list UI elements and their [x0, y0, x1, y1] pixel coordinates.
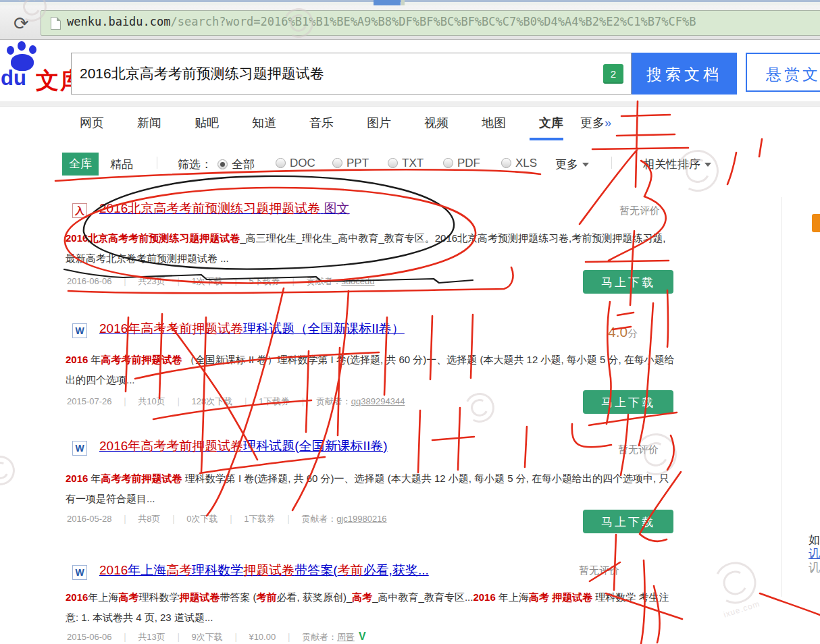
meta-pages: 共10页	[138, 396, 165, 406]
result-title-link[interactable]: 2016年高考考前押题试卷理科试题(全国新课标II卷)	[99, 437, 388, 455]
result-title-link[interactable]: 2016年上海高考理科数学押题试卷带答案(考前必看,获奖...	[99, 562, 429, 579]
active-tab-underline	[530, 138, 563, 140]
result-snippet: 2016 年高考考前押题试卷 （全国新课标 II 卷）理科数学第 I 卷(选择题…	[66, 350, 677, 390]
verified-badge-icon: V	[359, 630, 366, 642]
download-now-button-2[interactable]: 马上下载	[583, 390, 673, 414]
meta-date: 2015-06-06	[67, 632, 112, 642]
nav-tabs: 网页 新闻 贴吧 知道 音乐 图片 视频 地图 文库	[80, 115, 563, 131]
radio-icon	[501, 158, 511, 168]
radio-icon	[388, 158, 398, 168]
meta-downloads: 0次下载	[186, 514, 217, 524]
tab-zhidao[interactable]: 知道	[252, 115, 276, 131]
tab-news[interactable]: 新闻	[137, 115, 161, 131]
result-title-link[interactable]: 2016年高考考前押题试卷理科试题（全国新课标II卷）	[99, 320, 405, 338]
meta-date: 2016-06-06	[67, 276, 112, 286]
result-title-link[interactable]: 2016北京高考考前预测练习题押题试卷 图文	[99, 200, 350, 217]
result-snippet: 2016年上海高考理科数学押题试卷带答案 (考前必看, 获奖原创)_高考_高中教…	[66, 587, 677, 628]
watermark-icon	[0, 452, 19, 489]
chevron-down-icon	[704, 163, 711, 167]
reload-icon[interactable]: ⟳	[14, 14, 29, 34]
contributor-link[interactable]: 周晋	[337, 632, 355, 642]
contributor-link[interactable]: qq389294344	[351, 396, 405, 406]
meta-downloads: 128次下载	[191, 396, 232, 406]
contributor-label: 贡献者：	[301, 514, 336, 524]
word-file-icon: W	[72, 323, 87, 338]
meta-pages: 共13页	[138, 632, 165, 642]
side-float-tab[interactable]	[812, 214, 820, 232]
radio-xls[interactable]: XLS	[501, 157, 537, 170]
sort-dropdown[interactable]: 相关性排序	[643, 157, 711, 172]
active-tab-edge	[374, 0, 401, 5]
browser-toolbar: ⟳ wenku.baidu.com/search?word=2016%B1%B1…	[0, 5, 820, 40]
watermark-text: ixue.com	[722, 597, 765, 619]
radio-icon	[332, 158, 342, 168]
browser-tabstrip	[0, 0, 820, 5]
download-now-button-3[interactable]: 马上下载	[583, 510, 673, 533]
download-now-button-1[interactable]: 马上下载	[583, 270, 673, 294]
meta-price: 1下载券	[259, 396, 290, 406]
chevron-right-icon: »	[605, 116, 611, 130]
word-file-icon: W	[72, 441, 87, 456]
chevron-down-icon	[582, 163, 589, 167]
radio-selected-icon	[217, 159, 228, 169]
rating-no-review-3: 暂无评价	[618, 444, 659, 456]
meta-pages: 共23页	[138, 276, 165, 286]
meta-price: ¥10.00	[249, 632, 276, 642]
tab-web[interactable]: 网页	[80, 115, 104, 131]
radio-txt[interactable]: TXT	[388, 157, 424, 170]
wenku-search-page: ⟳ wenku.baidu.com/search?word=2016%B1%B1…	[0, 0, 820, 644]
search-docs-button[interactable]: 搜索文档	[632, 53, 737, 95]
nav-more[interactable]: 更多»	[580, 115, 611, 131]
radio-ppt[interactable]: PPT	[332, 157, 369, 170]
tab-image[interactable]: 图片	[367, 115, 391, 131]
contributor-link[interactable]: suocedu	[341, 276, 374, 286]
baidu-logo-du: du	[1, 66, 26, 90]
window-top-edge	[0, 0, 820, 2]
radio-pdf[interactable]: PDF	[443, 157, 480, 170]
contributor-label: 贡献者：	[316, 396, 351, 406]
radio-all[interactable]: 全部	[217, 157, 255, 172]
url-host: wenku.baidu.com	[67, 15, 171, 28]
meta-downloads: 1次下载	[191, 276, 222, 286]
result-snippet: 2016 年高考考前押题试卷 理科数学第 I 卷(选择题, 共 60 分)一、选…	[66, 468, 677, 509]
tab-tieba[interactable]: 贴吧	[195, 115, 219, 131]
tab-music[interactable]: 音乐	[309, 115, 334, 131]
rating-score-2: 4.0分	[608, 324, 638, 340]
contributor-label: 贡献者：	[302, 632, 337, 642]
word-file-icon: W	[72, 565, 87, 580]
tab-video[interactable]: 视频	[424, 115, 449, 131]
filter-label: 筛选：	[178, 157, 212, 172]
all-library-button[interactable]: 全库	[62, 153, 99, 176]
search-box	[71, 53, 632, 95]
search-count-badge: 2	[603, 64, 623, 84]
result-meta: 2016-05-28｜共8页｜0次下载｜1下载券｜贡献者：gjc19980216	[67, 513, 387, 525]
result-meta: 2015-07-26｜共10页｜128次下载｜1下载券｜贡献者：qq389294…	[67, 396, 405, 408]
filter-more-dropdown[interactable]: 更多	[555, 157, 589, 172]
meta-price: 5下载券	[249, 276, 280, 286]
radio-icon	[443, 158, 453, 168]
pdf-file-icon: 入	[72, 203, 87, 218]
meta-downloads: 9次下载	[191, 632, 222, 642]
rating-no-review-1: 暂无评价	[619, 205, 660, 217]
meta-date: 2016-05-28	[67, 514, 112, 524]
watermark-icon: ixue.com	[709, 556, 765, 619]
premium-button[interactable]: 精品	[110, 157, 133, 172]
contributor-label: 贡献者：	[306, 276, 341, 286]
rating-no-review-4: 暂无评价	[579, 564, 619, 577]
result-snippet: 2016北京高考考前预测练习题押题试卷_高三理化生_理化生_高中教育_教育专区。…	[66, 228, 677, 269]
reward-doc-button[interactable]: 悬赏文档	[746, 53, 820, 92]
filter-bar: 全库 精品 筛选： 全部 DOC PPT TXT PDF XLS 更多 相关性排…	[0, 153, 784, 176]
contributor-link[interactable]: gjc19980216	[336, 514, 386, 524]
meta-date: 2015-07-26	[67, 396, 112, 406]
tab-wenku[interactable]: 文库	[539, 115, 563, 131]
tab-map[interactable]: 地图	[482, 115, 506, 131]
search-input[interactable]	[72, 53, 631, 94]
url-text: wenku.baidu.com/search?word=2016%B1%B1%B…	[67, 15, 696, 28]
clipped-sidebar-text: 如 讥 讥	[809, 533, 820, 575]
content-sidebar-divider	[781, 197, 782, 597]
radio-doc[interactable]: DOC	[276, 157, 315, 170]
meta-pages: 共8页	[138, 514, 160, 524]
url-bar[interactable]: wenku.baidu.com/search?word=2016%B1%B1%B…	[41, 10, 820, 36]
filter-divider	[611, 157, 612, 169]
header-divider	[0, 101, 820, 107]
